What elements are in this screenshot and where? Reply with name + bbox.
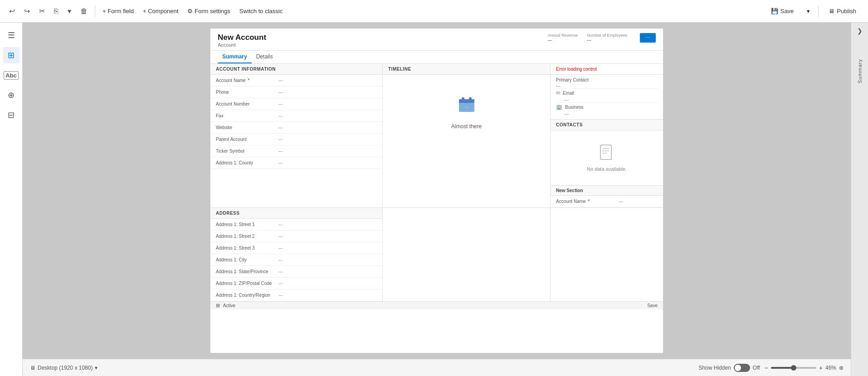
bottom-right: Show Hidden Off − + 46% ⊕	[698, 364, 844, 372]
email-row: ✉ Email	[556, 88, 658, 97]
svg-rect-2	[462, 97, 464, 101]
sidebar-icon-text[interactable]: Abc	[3, 67, 20, 83]
zoom-decrease-icon[interactable]: −	[765, 364, 768, 371]
redo-button[interactable]: ↪	[20, 5, 34, 17]
field-zip-label: Address 1: ZIP/Postal Code	[216, 281, 275, 286]
right-col: Error loading control Primary Contact --…	[551, 64, 663, 207]
field-zip: Address 1: ZIP/Postal Code ---	[210, 278, 382, 289]
right-panel-close-button[interactable]: ❯	[857, 27, 863, 34]
field-website-label: Website	[216, 125, 275, 130]
new-section-field-value: ---	[619, 199, 623, 204]
form-title: New Account	[218, 33, 266, 42]
field-city: Address 1: City ---	[210, 254, 382, 266]
tab-summary[interactable]: Summary	[218, 51, 252, 63]
sidebar-icon-layers[interactable]: ⊕	[3, 87, 20, 103]
main-area: ☰ ⊞ Abc ⊕ ⊟ New Account Account	[0, 23, 868, 376]
sidebar-icon-components[interactable]: ⊟	[3, 107, 20, 123]
show-hidden-toggle[interactable]	[734, 364, 750, 372]
form-field-button[interactable]: + Form field	[99, 6, 137, 16]
field-state-value: ---	[278, 269, 283, 274]
timeline-header: Timeline	[383, 64, 550, 75]
field-street3: Address 1: Street 3 ---	[210, 242, 382, 254]
field-city-label: Address 1: City	[216, 257, 275, 262]
sidebar-icon-menu[interactable]: ☰	[3, 27, 20, 43]
error-control: Error loading control	[551, 64, 663, 75]
field-ticker-symbol: Ticker Symbol ---	[210, 145, 382, 157]
save-label: Save	[780, 8, 794, 14]
copy-button[interactable]: ⎘	[50, 5, 62, 17]
field-address-county-label: Address 1: County	[216, 160, 275, 165]
toggle-state: Off	[753, 365, 760, 371]
business-icon: 🏢	[556, 104, 562, 110]
field-fax: Fax ---	[210, 110, 382, 122]
save-dropdown-button[interactable]: ▾	[802, 4, 814, 19]
svg-rect-5	[600, 145, 611, 159]
address-col2-empty	[383, 208, 551, 301]
save-button[interactable]: 💾 Save	[765, 5, 800, 17]
no-data-icon	[600, 144, 614, 164]
chevron-down-icon: ▾	[68, 7, 71, 15]
cut-button[interactable]: ✂	[35, 5, 49, 17]
annual-revenue-value: ---	[547, 38, 578, 43]
desktop-dropdown-icon: ▾	[95, 365, 98, 371]
right-panel: ❯ Summary	[851, 23, 868, 376]
form-preview: New Account Account Annual Revenue --- N…	[210, 28, 663, 353]
field-city-value: ---	[278, 257, 283, 262]
field-fax-value: ---	[278, 113, 283, 118]
almost-there-text: Almost there	[451, 123, 482, 130]
zoom-increase-icon[interactable]: +	[819, 364, 823, 371]
menu-icon: ☰	[8, 30, 15, 40]
field-account-name-label: Account Name *	[216, 78, 275, 83]
zoom-track[interactable]	[771, 367, 816, 369]
form-subtitle: Account	[218, 42, 266, 48]
form-status-text: ⊞ Active	[216, 303, 235, 309]
business-row-value: ---	[556, 111, 658, 116]
delete-button[interactable]: 🗑	[77, 5, 91, 17]
field-account-name: Account Name * ---	[210, 75, 382, 87]
left-sidebar: ☰ ⊞ Abc ⊕ ⊟	[0, 23, 23, 376]
svg-text:···: ···	[464, 105, 468, 110]
field-state-label: Address 1: State/Province	[216, 269, 275, 274]
field-country-label: Address 1: Country/Region	[216, 293, 275, 298]
switch-classic-label: Switch to classic	[239, 8, 283, 14]
header-action-button[interactable]: ⋯	[640, 33, 656, 43]
contacts-section-header: CONTACTS	[551, 120, 663, 130]
field-phone-label: Phone	[216, 90, 275, 95]
form-field-label: + Form field	[102, 8, 134, 14]
desktop-selector[interactable]: 🖥 Desktop (1920 x 1080) ▾	[30, 365, 98, 371]
components-icon: ⊟	[8, 110, 15, 120]
form-body-row1: ACCOUNT INFORMATION Account Name * --- P…	[210, 64, 663, 208]
address-section: ADDRESS Address 1: Street 1 --- Address …	[210, 208, 383, 301]
component-label: + Component	[143, 8, 178, 14]
component-button[interactable]: + Component	[139, 6, 182, 16]
employees-value: ---	[587, 38, 627, 43]
field-ticker-symbol-label: Ticker Symbol	[216, 149, 275, 154]
sidebar-icon-grid[interactable]: ⊞	[3, 47, 20, 63]
tab-details[interactable]: Details	[252, 51, 278, 63]
form-tabs: Summary Details	[210, 51, 663, 64]
field-parent-account-value: ---	[278, 137, 283, 142]
almost-there: ··· Almost there	[383, 75, 550, 148]
dropdown-button[interactable]: ▾	[64, 5, 75, 17]
annual-revenue-label: Annual Revenue	[547, 33, 578, 38]
publish-button[interactable]: 🖥 Publish	[822, 5, 863, 17]
save-icon: 💾	[771, 8, 778, 14]
zoom-thumb[interactable]	[791, 365, 796, 371]
address-section-header: ADDRESS	[210, 208, 382, 219]
delete-icon: 🗑	[80, 7, 88, 15]
compass-icon[interactable]: ⊕	[839, 365, 844, 371]
save-dropdown-icon: ▾	[807, 8, 810, 14]
redo-icon: ↪	[24, 7, 30, 15]
undo-button[interactable]: ↩	[5, 5, 19, 17]
field-street1-value: ---	[278, 222, 283, 227]
no-data-text: No data available.	[587, 166, 627, 172]
form-settings-button[interactable]: ⚙ Form settings	[184, 6, 234, 16]
toolbar-right: 💾 Save ▾ 🖥 Publish	[765, 4, 863, 19]
field-street2-label: Address 1: Street 2	[216, 234, 275, 239]
canvas-area: New Account Account Annual Revenue --- N…	[23, 23, 851, 376]
form-header: New Account Account Annual Revenue --- N…	[210, 29, 663, 51]
bottom-bar: 🖥 Desktop (1920 x 1080) ▾ Show Hidden Of…	[23, 359, 851, 376]
switch-classic-button[interactable]: Switch to classic	[236, 6, 286, 16]
grid-icon: ⊞	[8, 50, 15, 60]
separator-2	[818, 6, 819, 17]
